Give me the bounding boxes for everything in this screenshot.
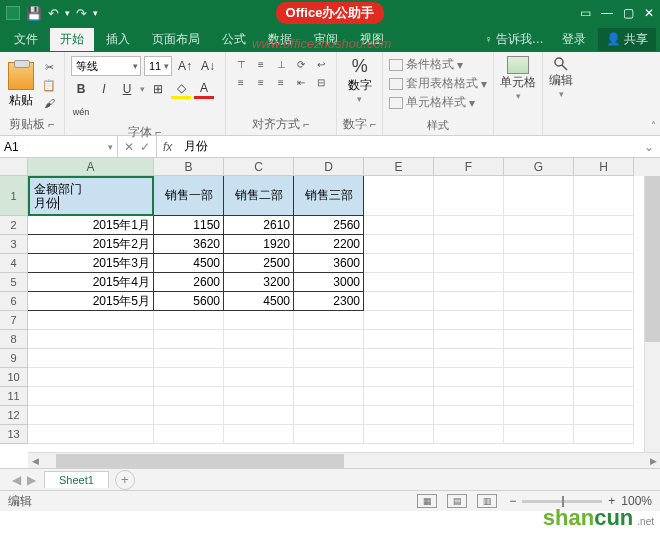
cell-F8[interactable] (434, 330, 504, 349)
col-header-G[interactable]: G (504, 158, 574, 176)
col-header-B[interactable]: B (154, 158, 224, 176)
cell-B2[interactable]: 1150 (154, 216, 224, 235)
cell-H9[interactable] (574, 349, 634, 368)
cell-D9[interactable] (294, 349, 364, 368)
undo-icon[interactable]: ↶ (48, 6, 59, 21)
cell-B8[interactable] (154, 330, 224, 349)
cell-A6[interactable]: 2015年5月 (28, 292, 154, 311)
cell-A3[interactable]: 2015年2月 (28, 235, 154, 254)
cell-A13[interactable] (28, 425, 154, 444)
row-header-2[interactable]: 2 (0, 216, 28, 235)
row-header-5[interactable]: 5 (0, 273, 28, 292)
tab-data[interactable]: 数据 (258, 28, 302, 51)
cell-F5[interactable] (434, 273, 504, 292)
edit-button[interactable]: 编辑 ▾ (549, 56, 573, 99)
cell-G11[interactable] (504, 387, 574, 406)
cell-H1[interactable] (574, 176, 634, 216)
align-left-icon[interactable]: ≡ (232, 74, 250, 90)
collapse-ribbon-icon[interactable]: ˄ (651, 120, 656, 131)
cell-G8[interactable] (504, 330, 574, 349)
cell-B7[interactable] (154, 311, 224, 330)
cell-E10[interactable] (364, 368, 434, 387)
tab-file[interactable]: 文件 (4, 28, 48, 51)
cell-C12[interactable] (224, 406, 294, 425)
tell-me[interactable]: ♀ 告诉我… (478, 28, 549, 51)
cell-H6[interactable] (574, 292, 634, 311)
cell-D6[interactable]: 2300 (294, 292, 364, 311)
cell-C11[interactable] (224, 387, 294, 406)
login-button[interactable]: 登录 (552, 28, 596, 51)
cell-D1[interactable]: 销售三部 (294, 176, 364, 216)
cell-H10[interactable] (574, 368, 634, 387)
cell-D8[interactable] (294, 330, 364, 349)
cell-G12[interactable] (504, 406, 574, 425)
row-header-10[interactable]: 10 (0, 368, 28, 387)
cell-C3[interactable]: 1920 (224, 235, 294, 254)
sheet-prev-icon[interactable]: ◀ (12, 473, 21, 487)
cell-B1[interactable]: 销售一部 (154, 176, 224, 216)
italic-button[interactable]: I (94, 79, 114, 99)
cell-G10[interactable] (504, 368, 574, 387)
scroll-left-icon[interactable]: ◀ (28, 456, 42, 466)
ribbon-options-icon[interactable]: ▭ (580, 6, 591, 20)
cell-B10[interactable] (154, 368, 224, 387)
cell-B13[interactable] (154, 425, 224, 444)
add-sheet-button[interactable]: + (115, 470, 135, 490)
col-header-F[interactable]: F (434, 158, 504, 176)
cell-C7[interactable] (224, 311, 294, 330)
qat-customize-icon[interactable]: ▾ (93, 8, 98, 18)
cell-C4[interactable]: 2500 (224, 254, 294, 273)
number-format-button[interactable]: % 数字 ▾ (348, 56, 372, 104)
cell-F9[interactable] (434, 349, 504, 368)
cell-A9[interactable] (28, 349, 154, 368)
decrease-font-icon[interactable]: A↓ (198, 56, 218, 76)
cell-C6[interactable]: 4500 (224, 292, 294, 311)
name-box[interactable]: A1 (0, 136, 118, 157)
cell-D7[interactable] (294, 311, 364, 330)
cell-F3[interactable] (434, 235, 504, 254)
formula-input[interactable]: 月份 (178, 136, 638, 157)
phonetic-button[interactable]: wén (71, 102, 91, 122)
page-break-view-icon[interactable]: ▥ (477, 494, 497, 508)
cancel-edit-icon[interactable]: ✕ (124, 140, 134, 154)
align-center-icon[interactable]: ≡ (252, 74, 270, 90)
vertical-scrollbar[interactable] (644, 176, 660, 452)
cell-A5[interactable]: 2015年4月 (28, 273, 154, 292)
merge-icon[interactable]: ⊟ (312, 74, 330, 90)
tab-home[interactable]: 开始 (50, 28, 94, 51)
row-header-7[interactable]: 7 (0, 311, 28, 330)
cell-G9[interactable] (504, 349, 574, 368)
align-bottom-icon[interactable]: ⊥ (272, 56, 290, 72)
underline-button[interactable]: U (117, 79, 137, 99)
maximize-icon[interactable]: ▢ (623, 6, 634, 20)
normal-view-icon[interactable]: ▦ (417, 494, 437, 508)
cell-A2[interactable]: 2015年1月 (28, 216, 154, 235)
cell-A8[interactable] (28, 330, 154, 349)
cell-C5[interactable]: 3200 (224, 273, 294, 292)
cell-H7[interactable] (574, 311, 634, 330)
cell-A11[interactable] (28, 387, 154, 406)
font-color-button[interactable]: A (194, 79, 214, 99)
cell-F13[interactable] (434, 425, 504, 444)
cell-D3[interactable]: 2200 (294, 235, 364, 254)
tab-layout[interactable]: 页面布局 (142, 28, 210, 51)
tab-formula[interactable]: 公式 (212, 28, 256, 51)
cell-D13[interactable] (294, 425, 364, 444)
cell-G5[interactable] (504, 273, 574, 292)
cell-F10[interactable] (434, 368, 504, 387)
indent-dec-icon[interactable]: ⇤ (292, 74, 310, 90)
cell-G7[interactable] (504, 311, 574, 330)
sheet-next-icon[interactable]: ▶ (27, 473, 36, 487)
cell-C1[interactable]: 销售二部 (224, 176, 294, 216)
cut-icon[interactable]: ✂ (40, 59, 58, 75)
cell-E9[interactable] (364, 349, 434, 368)
cell-E7[interactable] (364, 311, 434, 330)
row-header-6[interactable]: 6 (0, 292, 28, 311)
col-header-H[interactable]: H (574, 158, 634, 176)
cell-B5[interactable]: 2600 (154, 273, 224, 292)
cell-C2[interactable]: 2610 (224, 216, 294, 235)
cell-G6[interactable] (504, 292, 574, 311)
cell-E12[interactable] (364, 406, 434, 425)
cell-E2[interactable] (364, 216, 434, 235)
horizontal-scrollbar[interactable]: ◀ ▶ (28, 452, 660, 468)
